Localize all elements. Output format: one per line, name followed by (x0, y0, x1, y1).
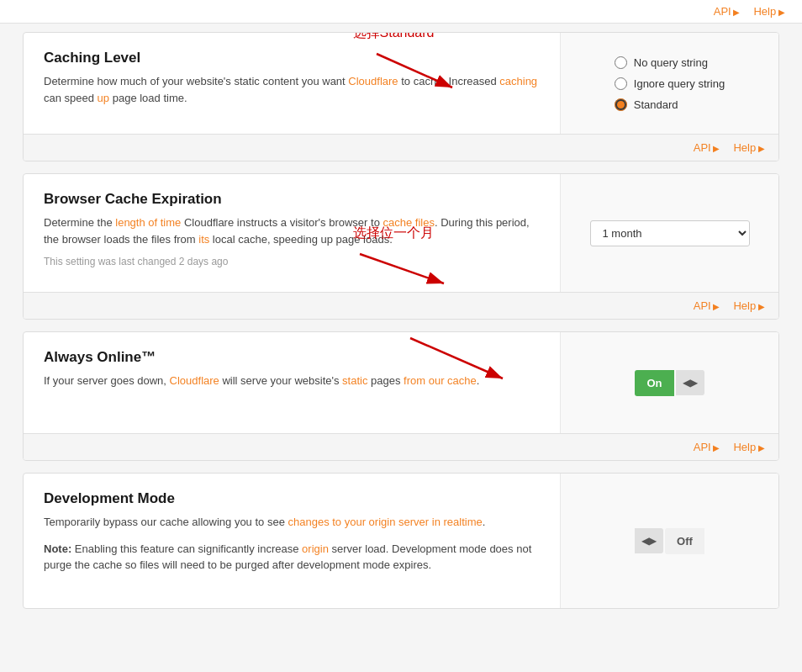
caching-level-left: Caching Level Determine how much of your… (24, 33, 560, 134)
development-mode-toggle: ◀▶ Off (635, 528, 704, 554)
browser-cache-note: This setting was last changed 2 days ago (44, 256, 540, 267)
always-online-left: Always Online™ If your server goes down,… (24, 332, 560, 433)
development-mode-desc2: Note: Enabling this feature can signific… (44, 541, 540, 574)
development-mode-title: Development Mode (44, 490, 540, 507)
development-mode-left: Development Mode Temporarily bypass our … (24, 474, 560, 608)
radio-label-ignore-query: Ignore query string (634, 77, 725, 90)
always-online-api-link[interactable]: API (694, 441, 720, 453)
development-mode-toggle-arrow[interactable]: ◀▶ (635, 528, 663, 553)
development-mode-note-label: Note: (44, 542, 71, 555)
development-mode-toggle-off[interactable]: Off (665, 528, 704, 554)
radio-label-standard: Standard (634, 98, 678, 111)
always-online-card: 打开 Always Online™ If your server goes do… (23, 331, 779, 461)
caching-level-right: No query string Ignore query string Stan… (560, 33, 778, 134)
development-mode-right: ◀▶ Off (560, 474, 778, 608)
caching-help-link[interactable]: Help (733, 141, 765, 154)
always-online-toggle-arrow[interactable]: ◀▶ (676, 370, 704, 395)
development-mode-card: Development Mode Temporarily bypass our … (23, 473, 779, 609)
caching-radio-group: No query string Ignore query string Stan… (615, 56, 725, 111)
browser-cache-title: Browser Cache Expiration (44, 191, 540, 208)
always-online-right: On ◀▶ (560, 332, 778, 433)
always-online-desc: If your server goes down, Cloudflare wil… (44, 373, 540, 389)
always-online-footer: API Help (24, 433, 778, 460)
help-link-top[interactable]: Help (753, 5, 785, 18)
development-mode-desc1: Temporarily bypass our cache allowing yo… (44, 514, 540, 531)
api-link-top[interactable]: API (714, 5, 741, 18)
always-online-toggle-on[interactable]: On (635, 370, 673, 396)
radio-ignore-query-string[interactable]: Ignore query string (615, 77, 725, 90)
caching-level-desc: Determine how much of your website's sta… (44, 73, 540, 106)
radio-standard[interactable]: Standard (615, 98, 725, 111)
radio-no-query-string[interactable]: No query string (615, 56, 725, 69)
always-online-help-link[interactable]: Help (733, 441, 765, 453)
browser-cache-api-link[interactable]: API (694, 299, 720, 312)
caching-api-link[interactable]: API (694, 141, 720, 154)
caching-level-title: Caching Level (44, 50, 540, 66)
always-online-title: Always Online™ (44, 349, 540, 366)
browser-cache-desc: Determine the length of time Cloudflare … (44, 214, 540, 247)
caching-level-footer: API Help (24, 134, 778, 161)
browser-cache-left: Browser Cache Expiration Determine the l… (24, 174, 560, 292)
browser-cache-help-link[interactable]: Help (733, 299, 765, 312)
always-online-toggle: On ◀▶ (635, 370, 704, 396)
cache-expiration-dropdown[interactable]: 30 minutes 1 hour 2 hours 4 hours 8 hour… (590, 220, 750, 246)
browser-cache-footer: API Help (24, 292, 778, 319)
caching-level-card: 选择Standard Caching Level Determine how m… (23, 32, 779, 161)
browser-cache-right: 30 minutes 1 hour 2 hours 4 hours 8 hour… (560, 174, 778, 292)
browser-cache-card: 选择位一个月 Browser Cache Expiration Determin… (23, 173, 779, 320)
radio-label-no-query: No query string (634, 56, 708, 69)
